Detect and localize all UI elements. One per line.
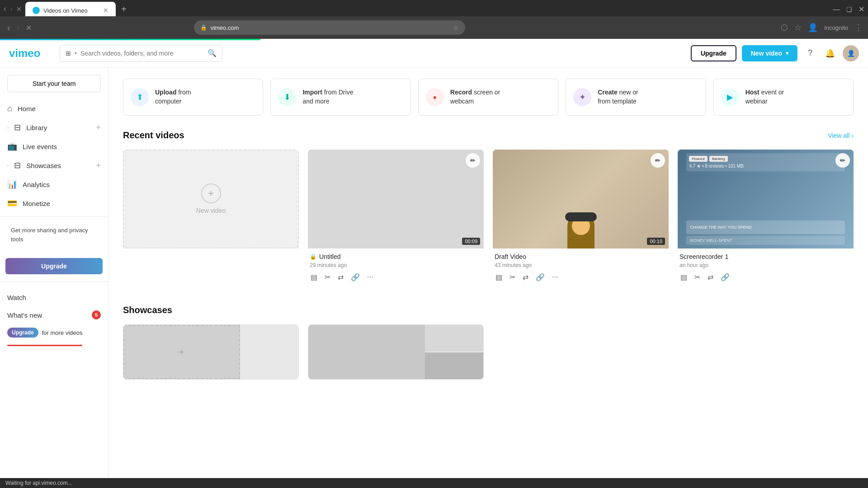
upload-card[interactable]: ⬆ Upload fromcomputer (123, 79, 263, 116)
reload-button[interactable]: ✕ (24, 22, 33, 34)
status-text: Waiting for api.vimeo.com... (5, 480, 72, 486)
share-button-screen[interactable]: ⇄ (707, 272, 714, 282)
link-button-draft[interactable]: 🔗 (535, 272, 546, 282)
video-card-draft[interactable]: ✏ 00:10 Draft Video 43 minutes ago ▤ ✂ ⇄… (493, 150, 669, 287)
sidebar-item-library[interactable]: › ⊟ Library + (0, 118, 108, 137)
menu-icon[interactable]: ⋮ (854, 23, 863, 33)
sidebar-item-monetize[interactable]: 💳 Monetize (0, 194, 108, 213)
new-video-chevron-icon: ▾ (786, 50, 788, 56)
search-input[interactable] (80, 50, 204, 57)
sidebar-item-home[interactable]: ⌂ Home (0, 99, 108, 118)
video-edit-icon[interactable]: ✏ (466, 153, 480, 168)
video-actions-screen: ▤ ✂ ⇄ 🔗 (679, 272, 852, 282)
import-card-title: Import from Driveand more (302, 88, 353, 106)
reload-icon[interactable]: ✕ (16, 5, 22, 13)
record-icon: ● (426, 88, 444, 106)
expand-library-icon[interactable]: › (7, 125, 9, 130)
minimize-icon[interactable]: — (833, 5, 840, 14)
view-all-link[interactable]: View all › (828, 132, 854, 139)
lock-icon: 🔒 (200, 24, 207, 31)
avatar[interactable]: 👤 (843, 45, 859, 61)
video-date-screen: an hour ago (679, 262, 852, 268)
video-title-screen: Screenrecorder 1 (679, 253, 852, 260)
browser-tab[interactable]: Videos on Vimeo ✕ (25, 2, 116, 16)
grid-view-icon[interactable]: ⊞ (66, 50, 71, 57)
import-card-text: Import from Driveand more (302, 88, 353, 106)
new-video-button[interactable]: New video ▾ (742, 45, 797, 61)
home-icon: ⌂ (7, 104, 12, 113)
video-card-screenrecorder[interactable]: Finance Banking 4.7 ★ • 8 reviews • 101 … (678, 150, 854, 287)
main-content: ⬆ Upload fromcomputer ⬇ Import from Driv… (108, 68, 868, 488)
video-card-untitled[interactable]: ✏ 00:09 🔒 Untitled 29 minutes ago ▤ ✂ ⇄ (308, 150, 484, 287)
svg-text:vimeo: vimeo (9, 47, 40, 59)
clip-button-screen[interactable]: ✂ (693, 272, 701, 282)
create-card[interactable]: ✦ Create new orfrom template (566, 79, 706, 116)
upgrade-button[interactable]: Upgrade (691, 45, 736, 61)
nav-forward-icon[interactable]: › (10, 4, 13, 14)
sidebar-item-watch[interactable]: Watch (7, 289, 101, 306)
cast-icon[interactable]: ⬡ (781, 23, 788, 33)
host-card[interactable]: ▶ Host event orwebinar (713, 79, 854, 116)
video-duration-draft: 00:10 (647, 238, 665, 245)
new-tab-button[interactable]: + (118, 4, 130, 14)
caption-button-draft[interactable]: ▤ (495, 272, 503, 282)
help-icon[interactable]: ? (803, 46, 817, 61)
recent-videos-title: Recent videos (123, 130, 184, 141)
forward-button[interactable]: › (15, 21, 22, 35)
video-grid: + New video ✏ 00:09 🔒 Untitled (123, 150, 854, 287)
expand-showcases-icon[interactable]: › (7, 163, 9, 168)
create-card-text: Create new orfrom template (598, 88, 638, 106)
showcases-icon: ⊟ (14, 160, 21, 170)
nav-back-icon[interactable]: ‹ (4, 4, 6, 14)
showcases-title: Showcases (123, 305, 172, 315)
import-icon: ⬇ (278, 88, 296, 106)
bookmarks-icon[interactable]: ☆ (794, 23, 802, 33)
import-card[interactable]: ⬇ Import from Driveand more (270, 79, 410, 116)
new-video-card[interactable]: + New video (123, 150, 299, 287)
back-button[interactable]: ‹ (5, 21, 12, 35)
close-tab-icon[interactable]: ✕ (103, 7, 108, 14)
caption-button-screen[interactable]: ▤ (679, 272, 688, 282)
sidebar-item-whats-new[interactable]: What's new 5 (7, 306, 101, 324)
link-button[interactable]: 🔗 (350, 272, 361, 282)
caption-button[interactable]: ▤ (310, 272, 318, 282)
monetize-icon: 💳 (7, 198, 17, 208)
search-bar: ⊞ ▾ 🔍 (60, 45, 222, 62)
share-button[interactable]: ⇄ (337, 272, 344, 282)
sidebar-item-live-events[interactable]: 📺 Live events (0, 137, 108, 156)
video-date-untitled: 29 minutes ago (310, 262, 482, 268)
link-button-screen[interactable]: 🔗 (720, 272, 731, 282)
dropdown-arrow-icon[interactable]: ▾ (75, 51, 77, 56)
video-edit-icon-draft[interactable]: ✏ (651, 153, 665, 168)
showcase-card-empty[interactable]: + (123, 324, 299, 380)
search-submit-icon[interactable]: 🔍 (208, 49, 217, 57)
sidebar-item-showcases[interactable]: › ⊟ Showcases + (0, 156, 108, 175)
showcase-card-1[interactable] (308, 324, 484, 380)
clip-button[interactable]: ✂ (324, 272, 331, 282)
close-window-icon[interactable]: ✕ (859, 5, 864, 14)
promo-text: Get more sharing and privacy tools (11, 226, 97, 244)
start-team-button[interactable]: Start your team (7, 75, 101, 92)
sidebar-item-label: Showcases (26, 162, 90, 169)
url-display[interactable]: vimeo.com (211, 24, 449, 31)
vimeo-logo[interactable]: vimeo (9, 47, 45, 60)
video-edit-icon-screen[interactable]: ✏ (835, 153, 850, 168)
profile-icon[interactable]: 👤 (808, 23, 818, 33)
upgrade-small-button[interactable]: Upgrade (7, 328, 38, 338)
notifications-icon[interactable]: 🔔 (823, 46, 837, 61)
host-icon: ▶ (721, 88, 739, 106)
loading-bar (7, 345, 82, 346)
video-title-draft: Draft Video (495, 253, 667, 260)
whats-new-badge: 5 (92, 310, 101, 319)
more-button[interactable]: ··· (366, 272, 374, 282)
clip-button-draft[interactable]: ✂ (509, 272, 516, 282)
share-button-draft[interactable]: ⇄ (522, 272, 529, 282)
bookmark-icon[interactable]: ☆ (453, 24, 459, 31)
more-button-draft[interactable]: ··· (551, 272, 559, 282)
add-library-icon[interactable]: + (96, 123, 101, 132)
upgrade-promo-button[interactable]: Upgrade (5, 258, 103, 274)
sidebar-item-analytics[interactable]: 📊 Analytics (0, 175, 108, 194)
maximize-icon[interactable]: ❑ (846, 6, 852, 13)
add-showcases-icon[interactable]: + (96, 161, 101, 170)
record-card[interactable]: ● Record screen orwebcam (418, 79, 558, 116)
